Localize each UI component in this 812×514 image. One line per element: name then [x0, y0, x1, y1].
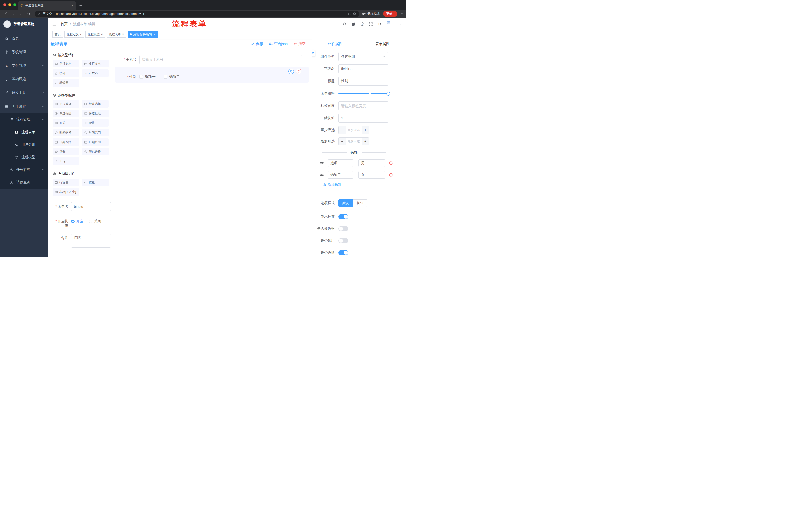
chip-button[interactable]: 按钮: [82, 179, 109, 186]
checkbox-option-2[interactable]: 选项二: [164, 75, 180, 79]
required-toggle[interactable]: [339, 250, 348, 255]
sidebar-item-system[interactable]: 系统管理: [0, 45, 49, 59]
decrease-button[interactable]: −: [339, 138, 346, 145]
option-value-input[interactable]: [358, 171, 385, 179]
back-button[interactable]: [2, 10, 9, 17]
close-tag-icon[interactable]: ×: [80, 33, 82, 36]
chip-counter[interactable]: 计数器: [82, 70, 109, 77]
tag-process-definition[interactable]: 流程定义 ×: [64, 31, 84, 38]
tag-home[interactable]: 首页: [52, 31, 63, 38]
form-grid-slider[interactable]: [339, 89, 388, 98]
drag-handle-icon[interactable]: [320, 173, 324, 177]
disabled-toggle[interactable]: [339, 238, 348, 243]
chip-slider[interactable]: 滑块: [82, 119, 109, 127]
fullscreen-icon[interactable]: [369, 22, 373, 26]
bookmark-star-icon[interactable]: [353, 12, 356, 16]
search-icon[interactable]: [343, 22, 347, 26]
breadcrumb-home[interactable]: 首页: [61, 22, 67, 26]
add-option-button[interactable]: 添加选项: [323, 183, 388, 187]
title-input[interactable]: [339, 77, 388, 86]
chevron-down-icon[interactable]: [401, 12, 404, 15]
tab-form-props[interactable]: 表单属性: [359, 39, 406, 49]
default-value-input[interactable]: [339, 114, 388, 123]
option-label-input[interactable]: [328, 159, 353, 167]
reload-button[interactable]: [18, 10, 25, 17]
option-value-input[interactable]: [358, 159, 385, 167]
copy-item-button[interactable]: [288, 69, 294, 74]
remove-option-icon[interactable]: [389, 161, 393, 165]
increase-button[interactable]: +: [361, 138, 369, 145]
view-json-button[interactable]: 查看json: [269, 42, 288, 46]
app-logo[interactable]: 芋道管理系统: [0, 18, 49, 30]
minimize-window-button[interactable]: [8, 3, 11, 6]
close-tag-icon[interactable]: ×: [101, 33, 103, 36]
sidebar-item-leave-query[interactable]: 请假查询: [0, 176, 49, 189]
form-canvas[interactable]: 手机号 性别 选项一: [112, 49, 312, 257]
chip-editor[interactable]: 编辑器: [53, 79, 79, 86]
checkbox-box[interactable]: [164, 75, 167, 79]
chip-time-range[interactable]: 时间范围: [82, 129, 109, 136]
new-tab-button[interactable]: [79, 3, 83, 7]
close-tag-icon[interactable]: ×: [153, 33, 155, 36]
font-size-icon[interactable]: [377, 22, 381, 26]
phone-input[interactable]: [140, 55, 302, 64]
forward-button[interactable]: [10, 10, 17, 17]
user-avatar[interactable]: [386, 20, 395, 28]
home-button[interactable]: [25, 10, 32, 17]
decrease-button[interactable]: −: [339, 126, 346, 134]
browser-tab[interactable]: 芋道管理系统 ×: [18, 1, 76, 9]
sidebar-item-process-model[interactable]: 流程模型: [0, 151, 49, 163]
close-tag-icon[interactable]: ×: [122, 33, 124, 36]
chip-table[interactable]: 表格[开发中]: [53, 188, 79, 196]
chip-single-line-text[interactable]: 单行文本: [53, 60, 79, 67]
update-button[interactable]: 更新: [383, 11, 397, 17]
component-type-select[interactable]: 多选框组: [339, 52, 388, 61]
canvas-item-phone[interactable]: 手机号: [115, 54, 309, 65]
tag-process-form-edit[interactable]: 流程表单-编辑 ×: [127, 31, 157, 38]
slider-handle[interactable]: [386, 91, 390, 96]
sidebar-item-task-mgmt[interactable]: 任务管理: [0, 163, 49, 176]
chip-date-range[interactable]: 日期范围: [82, 138, 109, 146]
label-width-input[interactable]: [339, 101, 388, 110]
max-select-stepper[interactable]: − 最多可选 +: [339, 137, 369, 145]
zoom-window-button[interactable]: [13, 3, 16, 6]
clear-button[interactable]: 清空: [294, 42, 306, 46]
collapse-sidebar-button[interactable]: [52, 22, 57, 26]
help-icon[interactable]: [360, 22, 364, 26]
min-select-stepper[interactable]: − 至少应选 +: [339, 126, 369, 134]
sidebar-item-workflow[interactable]: 工作流程: [0, 100, 49, 113]
sidebar-item-process-mgmt[interactable]: 流程管理: [0, 113, 49, 126]
github-icon[interactable]: [351, 22, 356, 26]
show-label-toggle[interactable]: [339, 214, 348, 219]
form-remark-textarea[interactable]: 嘿嘿: [71, 234, 111, 248]
link-icon[interactable]: [312, 50, 315, 57]
delete-item-button[interactable]: [296, 69, 301, 74]
chip-password[interactable]: 密码: [53, 70, 79, 77]
tab-close-icon[interactable]: ×: [71, 3, 74, 7]
checkbox-box[interactable]: [140, 75, 143, 79]
chip-upload[interactable]: 上传: [53, 157, 79, 165]
increase-button[interactable]: +: [361, 126, 369, 134]
tag-process-model[interactable]: 流程模型 ×: [85, 31, 105, 38]
tag-process-form[interactable]: 流程表单 ×: [107, 31, 126, 38]
chip-checkbox-group[interactable]: 多选框组: [82, 110, 109, 117]
canvas-item-gender[interactable]: 性别 选项一 选项二: [115, 66, 309, 83]
border-toggle[interactable]: [339, 226, 348, 231]
status-off-radio[interactable]: 关闭: [89, 219, 101, 223]
chip-time-picker[interactable]: 时间选择: [53, 129, 79, 136]
chip-select[interactable]: 下拉选择: [53, 100, 79, 108]
chip-multi-line-text[interactable]: 多行文本: [82, 60, 109, 67]
password-key-icon[interactable]: [347, 12, 351, 16]
chip-color-picker[interactable]: 颜色选择: [82, 148, 109, 155]
checkbox-option-1[interactable]: 选项一: [140, 75, 155, 79]
chip-date-picker[interactable]: 日期选择: [53, 138, 79, 146]
drag-handle-icon[interactable]: [320, 161, 324, 165]
sidebar-item-process-form[interactable]: 流程表单: [0, 126, 49, 138]
address-bar[interactable]: 不安全 dashboard.yudao.iocoder.cn/bpm/manag…: [35, 10, 359, 17]
sidebar-item-infra[interactable]: 基础设施: [0, 73, 49, 86]
chip-rate[interactable]: 评分: [53, 148, 79, 155]
chip-row-container[interactable]: 行容器: [53, 179, 79, 186]
sidebar-item-pay[interactable]: ¥ 支付管理: [0, 59, 49, 73]
style-default-button[interactable]: 默认: [339, 199, 353, 207]
chip-switch[interactable]: 开关: [53, 119, 79, 127]
